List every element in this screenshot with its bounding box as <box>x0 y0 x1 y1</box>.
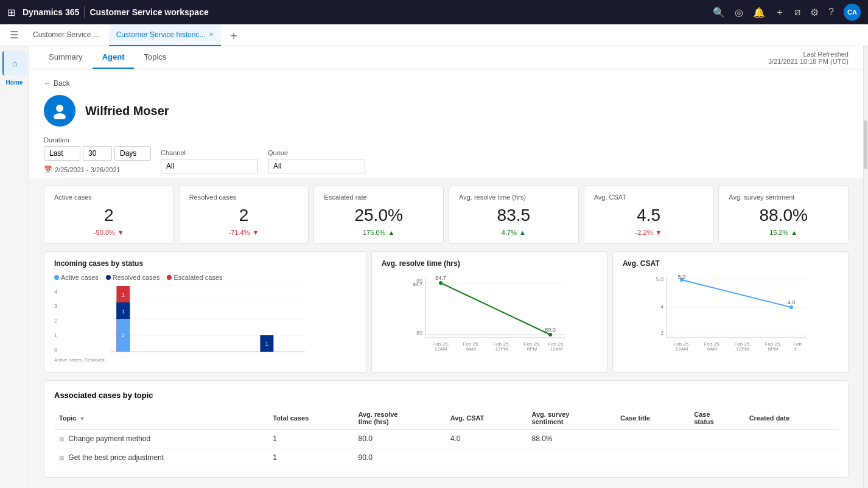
row-survey-1 <box>527 448 615 467</box>
filter-duration: Duration Last This Days Weeks Months <box>44 136 151 173</box>
row-resolve-1: 90.0 <box>353 448 445 467</box>
svg-text:5.0: 5.0 <box>678 274 686 280</box>
filter-queue: Queue All <box>268 149 365 173</box>
table-row: ⊞ Get the best price adjustment 1 90.0 <box>54 448 838 467</box>
duration-unit-select[interactable]: Days Weeks Months <box>114 146 151 161</box>
avg-resolve-svg: 85 84.7 80 84.7 80.0 Feb 25, <box>382 274 597 353</box>
chart-incoming-title: Incoming cases by status <box>54 259 356 268</box>
legend-resolved: Resolved cases <box>106 274 160 281</box>
col-created-date[interactable]: Created date <box>744 407 838 430</box>
col-case-title[interactable]: Case title <box>615 407 689 430</box>
svg-text:80.0: 80.0 <box>545 327 556 333</box>
kpi-change-4: -2.2% ▼ <box>594 229 704 236</box>
grid-icon[interactable]: ⊞ <box>7 7 15 18</box>
expand-icon-1[interactable]: ⊞ <box>59 455 64 461</box>
kpi-arrow-1: ▼ <box>252 229 259 236</box>
filter-icon[interactable]: ⧄ <box>794 7 800 18</box>
filter-channel: Channel All <box>161 149 258 173</box>
scrollbar[interactable] <box>863 46 868 488</box>
y-axis: 43210 <box>54 286 60 353</box>
brand-divider <box>84 6 85 18</box>
tab-summary[interactable]: Summary <box>39 46 93 69</box>
kpi-arrow-0: ▼ <box>117 229 124 236</box>
kpi-arrow-3: ▲ <box>519 229 526 236</box>
chart-resolve-title: Avg. resolve time (hrs) <box>382 259 597 268</box>
chart-avg-resolve: Avg. resolve time (hrs) 85 84.7 80 <box>371 251 607 373</box>
kpi-title-5: Avg. survey sentiment <box>729 193 838 201</box>
workspace-label: Customer Service workspace <box>89 7 208 17</box>
queue-select[interactable]: All <box>268 159 365 173</box>
copilot-icon[interactable]: ◎ <box>735 7 743 18</box>
topic-sort-icon: ▼ <box>80 416 85 422</box>
svg-point-31 <box>548 333 552 336</box>
row-topic-1: ⊞ Get the best price adjustment <box>54 448 268 467</box>
tab-customer-service[interactable]: Customer Service ... <box>26 24 107 46</box>
avatar[interactable]: CA <box>844 4 861 21</box>
kpi-change-text-1: -71.4% <box>229 229 250 236</box>
svg-point-53 <box>789 305 793 309</box>
tab-topics[interactable]: Topics <box>134 46 176 69</box>
avg-csat-svg: 5.0 4 2 5.0 4.0 Feb 25, <box>623 274 838 353</box>
col-avg-survey[interactable]: Avg. surveysentiment <box>527 407 615 430</box>
tab-historic[interactable]: Customer Service historic... ✕ <box>109 24 222 46</box>
back-label: Back <box>54 79 70 88</box>
sidebar-home-label: Home <box>6 79 23 86</box>
svg-text:4: 4 <box>660 304 663 310</box>
table-section: Associated cases by topic Topic ▼ Total … <box>29 380 863 485</box>
row-status-0 <box>689 430 744 448</box>
kpi-title-2: Escalated rate <box>324 193 433 201</box>
kpi-section: Active cases 2 -50.0% ▼ Resolved cases 2… <box>29 178 863 251</box>
tab-bar-menu-icon[interactable]: ☰ <box>5 29 23 41</box>
bar-chart-svg: 1 1 2 1 1 <box>60 286 356 353</box>
svg-point-30 <box>439 281 443 285</box>
svg-text:5.0: 5.0 <box>656 276 663 282</box>
svg-text:12AM: 12AM <box>550 346 562 352</box>
row-resolve-0: 80.0 <box>353 430 445 448</box>
tab-label-1: Customer Service ... <box>33 30 99 39</box>
legend-active: Active cases <box>54 274 99 281</box>
tab-close-icon[interactable]: ✕ <box>209 31 214 38</box>
kpi-title-4: Avg. CSAT <box>594 193 704 201</box>
svg-text:12AM: 12AM <box>434 346 447 352</box>
svg-text:2...: 2... <box>794 346 800 352</box>
channel-select[interactable]: All <box>161 159 258 173</box>
search-icon[interactable]: 🔍 <box>713 7 725 18</box>
brand: Dynamics 365 Customer Service workspace <box>23 6 209 18</box>
kpi-value-2: 25.0% <box>324 206 433 225</box>
col-avg-resolve[interactable]: Avg. resolvetime (hrs) <box>353 407 445 430</box>
col-case-status[interactable]: Casestatus <box>689 407 744 430</box>
col-total-cases[interactable]: Total cases <box>268 407 353 430</box>
help-icon[interactable]: ? <box>828 7 834 18</box>
tab-add-icon[interactable]: ＋ <box>223 28 244 43</box>
kpi-escalated-rate: Escalated rate 25.0% 175.0% ▲ <box>313 186 444 244</box>
col-avg-csat[interactable]: Avg. CSAT <box>446 407 527 430</box>
col-topic[interactable]: Topic ▼ <box>54 407 268 430</box>
filters: Duration Last This Days Weeks Months <box>44 136 849 173</box>
last-refreshed-value: 3/21/2021 10:18 PM (UTC) <box>768 58 849 65</box>
row-title-1 <box>615 448 689 467</box>
chart-incoming-cases: Incoming cases by status Active cases Re… <box>44 251 366 373</box>
content-area: Summary Agent Topics Last Refreshed 3/21… <box>29 46 863 488</box>
kpi-value-5: 88.0% <box>729 206 838 225</box>
kpi-change-text-0: -50.0% <box>94 229 115 236</box>
row-date-0 <box>744 430 838 448</box>
duration-select[interactable]: Last This <box>44 146 80 161</box>
duration-number-input[interactable] <box>83 146 112 161</box>
kpi-arrow-4: ▼ <box>655 229 662 236</box>
tab-agent[interactable]: Agent <box>93 46 135 69</box>
kpi-active-cases: Active cases 2 -50.0% ▼ <box>44 186 174 244</box>
settings-icon[interactable]: ⚙ <box>810 7 819 18</box>
svg-text:2: 2 <box>122 332 125 338</box>
kpi-title-0: Active cases <box>54 193 164 201</box>
expand-icon-0[interactable]: ⊞ <box>59 436 64 442</box>
svg-text:2: 2 <box>660 330 663 336</box>
associated-cases-card: Associated cases by topic Topic ▼ Total … <box>44 380 849 478</box>
notification-icon[interactable]: 🔔 <box>753 7 765 18</box>
back-button[interactable]: ← Back <box>44 79 849 88</box>
kpi-arrow-5: ▲ <box>791 229 797 236</box>
sidebar-item-home[interactable]: ⌂ <box>2 51 27 75</box>
bar-chart-area: 43210 <box>54 286 356 355</box>
row-survey-0: 88.0% <box>527 430 615 448</box>
duration-controls: Last This Days Weeks Months <box>44 146 151 161</box>
add-icon[interactable]: ＋ <box>775 6 785 19</box>
